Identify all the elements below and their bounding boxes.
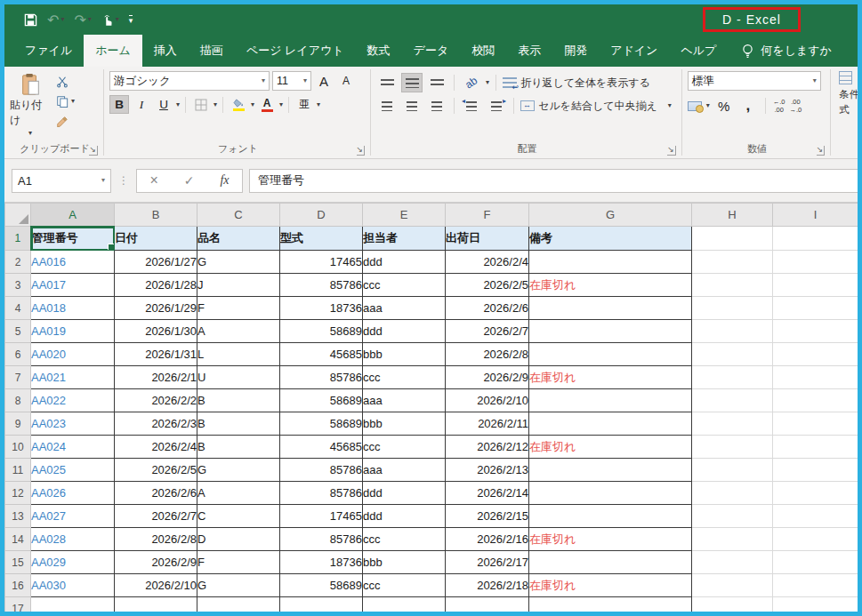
cell-ship-date[interactable]: 2026/2/16 — [446, 528, 529, 551]
cell-person[interactable]: ddd — [363, 251, 446, 274]
cell-date[interactable]: 2026/1/29 — [115, 297, 197, 320]
cell-item[interactable]: F — [197, 551, 280, 574]
customize-qat-icon[interactable]: ▾ — [129, 15, 133, 25]
cell-date[interactable]: 2026/2/9 — [115, 551, 197, 574]
cell-item[interactable]: D — [197, 528, 280, 551]
italic-button[interactable]: I — [132, 95, 151, 114]
row-header[interactable]: 12 — [5, 482, 31, 505]
cell-model[interactable]: 58689 — [280, 412, 363, 436]
cell-note[interactable]: 在庫切れ — [529, 528, 692, 551]
cell-note[interactable]: 在庫切れ — [529, 366, 692, 389]
cell-empty-i[interactable] — [773, 574, 858, 597]
cell-model[interactable]: 85786 — [280, 274, 363, 297]
cell-note[interactable] — [529, 297, 692, 320]
cell-empty-h[interactable] — [692, 436, 773, 459]
cell-date[interactable]: 2026/2/2 — [115, 389, 197, 412]
cell-empty-i[interactable] — [773, 482, 858, 505]
cell-person[interactable]: aaa — [363, 389, 446, 412]
cell-model[interactable]: 58689 — [280, 320, 363, 343]
cell-person[interactable]: bbb — [363, 551, 446, 574]
cell-empty-i[interactable] — [773, 412, 858, 436]
cell-item[interactable]: G — [197, 251, 280, 274]
insert-function-icon[interactable]: fx — [220, 173, 229, 188]
cell-model[interactable]: 58689 — [280, 389, 363, 412]
cell-empty-i[interactable] — [773, 389, 858, 412]
merge-center-button[interactable]: セルを結合して中央揃え ▾ — [520, 99, 672, 114]
cell-date[interactable]: 2026/2/1 — [115, 366, 197, 389]
align-right-button[interactable] — [426, 96, 447, 116]
cell-person[interactable]: ccc — [363, 574, 446, 597]
touch-mouse-mode-button[interactable]: ▾ — [101, 13, 119, 27]
cell-model[interactable]: 18736 — [280, 551, 363, 574]
decrease-indent-button[interactable]: ◂ — [461, 96, 482, 116]
cell-item[interactable]: B — [197, 389, 280, 412]
column-header-e[interactable]: E — [363, 204, 446, 227]
cell-note[interactable] — [529, 551, 692, 574]
cell-note[interactable] — [529, 251, 692, 274]
copy-button[interactable]: ▾ — [56, 94, 75, 108]
cell-c17[interactable] — [197, 597, 280, 612]
column-header-f[interactable]: F — [446, 204, 529, 227]
row-header[interactable]: 15 — [5, 551, 31, 574]
paste-dropdown-icon[interactable]: ▾ — [28, 130, 32, 137]
cell-empty-h[interactable] — [692, 297, 773, 320]
wrap-text-button[interactable]: 折り返して全体を表示する — [503, 76, 650, 91]
merge-dropdown-icon[interactable]: ▾ — [668, 102, 672, 109]
cell-b17[interactable] — [115, 597, 197, 612]
number-dialog-launcher-icon[interactable]: ↘ — [817, 146, 826, 156]
cell-model[interactable]: 85786 — [280, 482, 363, 505]
cell-item[interactable]: F — [197, 297, 280, 320]
column-header-a[interactable]: A — [31, 204, 115, 227]
name-box[interactable]: A1 ▾ — [12, 169, 111, 193]
ribbon-tab[interactable]: ホーム — [84, 35, 142, 67]
ribbon-tab[interactable]: 開発 — [552, 35, 599, 67]
cell-id[interactable]: AA027 — [31, 505, 115, 528]
middle-align-button[interactable] — [401, 73, 423, 92]
cell-date[interactable]: 2026/2/3 — [115, 412, 197, 436]
cell-id[interactable]: AA019 — [31, 320, 115, 343]
formula-input[interactable]: 管理番号 — [249, 169, 858, 193]
font-size-dropdown-icon[interactable]: ▾ — [300, 77, 307, 84]
cell-id[interactable]: AA025 — [31, 459, 115, 482]
cell-empty-h[interactable] — [692, 412, 773, 436]
row-header[interactable]: 6 — [5, 343, 31, 366]
font-dialog-launcher-icon[interactable]: ↘ — [357, 146, 366, 156]
bold-button[interactable]: B — [109, 95, 129, 114]
cell-person[interactable]: ccc — [363, 366, 446, 389]
row-header[interactable]: 11 — [5, 459, 31, 482]
cell-empty-i[interactable] — [773, 251, 858, 274]
row-header[interactable]: 3 — [5, 274, 31, 297]
cell-ship-date[interactable]: 2026/2/17 — [446, 551, 529, 574]
cell-i1[interactable] — [773, 227, 858, 251]
cell-id[interactable]: AA016 — [31, 251, 115, 274]
accounting-format-icon[interactable] — [688, 101, 702, 111]
cell-empty-i[interactable] — [773, 528, 858, 551]
cell-person[interactable]: ccc — [363, 528, 446, 551]
font-color-dropdown-icon[interactable]: ▾ — [279, 101, 283, 108]
cell-item[interactable]: B — [197, 412, 280, 436]
bottom-align-button[interactable] — [426, 73, 447, 92]
cell-g17[interactable] — [529, 597, 692, 612]
cell-id[interactable]: AA022 — [31, 389, 115, 412]
cell-empty-h[interactable] — [692, 482, 773, 505]
cell-person[interactable]: ccc — [363, 436, 446, 459]
increase-decimal-button[interactable]: ←.0 .00 — [773, 98, 785, 115]
cell-date[interactable]: 2026/2/8 — [115, 528, 197, 551]
row-header[interactable]: 8 — [5, 389, 31, 412]
cell-note[interactable] — [529, 505, 692, 528]
ribbon-tab[interactable]: 校閲 — [460, 35, 506, 67]
cell-model[interactable]: 45685 — [280, 436, 363, 459]
font-name-combo[interactable]: 游ゴシック ▾ — [109, 71, 270, 91]
cell-person[interactable]: ccc — [363, 274, 446, 297]
cell-empty-i[interactable] — [773, 459, 858, 482]
phonetic-dropdown-icon[interactable]: ▾ — [317, 101, 320, 108]
cell-item[interactable]: G — [197, 459, 280, 482]
cell-item[interactable]: G — [197, 574, 280, 597]
cell-h17[interactable] — [692, 597, 773, 612]
cell-e17[interactable] — [363, 597, 446, 612]
top-align-button[interactable] — [376, 73, 398, 92]
cell-ship-date[interactable]: 2026/2/15 — [446, 505, 529, 528]
cell-b1[interactable]: 日付 — [115, 227, 197, 251]
cell-note[interactable] — [529, 389, 692, 412]
row-header[interactable]: 10 — [5, 436, 31, 459]
